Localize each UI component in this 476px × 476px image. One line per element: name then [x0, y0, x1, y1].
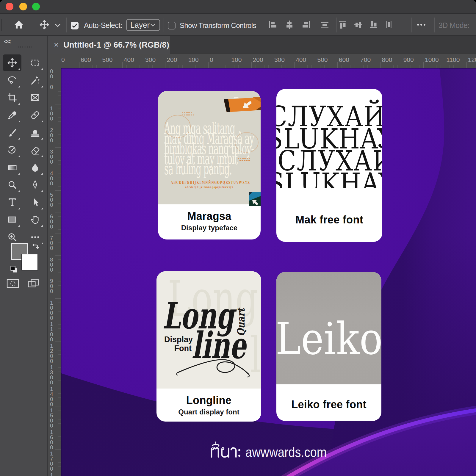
alphabet-row-upper: ABCDEFGHIJKLMNÑNGOPQRSTUVWXYZ: [171, 181, 248, 185]
flyout-triangle: [41, 155, 43, 157]
font-name: Leiko free font: [276, 399, 381, 411]
tool-move[interactable]: [3, 54, 21, 71]
ruler-tick: [58, 337, 61, 337]
options-bar-grip[interactable]: [1, 19, 3, 31]
tool-healing-brush[interactable]: [26, 107, 44, 123]
tool-eyedropper[interactable]: [3, 107, 21, 123]
ruler-tick: [311, 65, 312, 68]
tool-brush[interactable]: [3, 124, 21, 141]
brush-icon: [7, 127, 17, 137]
ruler-tick: [126, 65, 127, 68]
ruler-tick: [423, 62, 424, 68]
quick-mask-icon[interactable]: [7, 279, 19, 288]
swap-colors-icon[interactable]: [31, 243, 39, 251]
default-colors-icon[interactable]: [10, 265, 19, 274]
ruler-tick: [58, 165, 61, 165]
tool-gradient[interactable]: [3, 159, 21, 176]
align-bottom-icon[interactable]: [368, 19, 379, 30]
ruler-tick: [58, 402, 61, 402]
tab-close-icon[interactable]: ×: [54, 41, 59, 49]
flyout-triangle: [41, 190, 43, 192]
lasso-icon: [7, 75, 17, 85]
align-left-icon[interactable]: [267, 19, 278, 30]
font-card-longline[interactable]: Long line Long Quart Display Font line L…: [156, 271, 261, 422]
document-tab[interactable]: × Untitled-1 @ 66.7% (RGB/8): [48, 36, 170, 54]
tool-pen[interactable]: [26, 176, 44, 193]
collapse-panel-button[interactable]: <<: [4, 38, 10, 46]
ruler-tick: [58, 221, 61, 221]
auto-select-target-dropdown[interactable]: Layer: [126, 19, 160, 31]
font-card-maragsa[interactable]: Ang mga salitangmay diing Maragsâ aybini…: [158, 91, 261, 239]
tool-lasso[interactable]: [3, 72, 21, 89]
tool-dodge[interactable]: [3, 176, 21, 193]
specimen-word-leiko: Leiko: [276, 317, 381, 361]
flyout-triangle: [41, 137, 43, 140]
tool-crop[interactable]: [3, 89, 21, 106]
tool-magic-wand[interactable]: [26, 72, 44, 89]
tool-zoom[interactable]: [3, 229, 21, 245]
ruler-tick: [466, 62, 467, 68]
ruler-tick: [58, 389, 61, 389]
font-subtitle: Display typeface: [158, 224, 261, 232]
ruler-label: 600: [81, 56, 91, 63]
ruler-tick: [342, 65, 342, 68]
move-tool-icon[interactable]: [39, 20, 49, 30]
pen-icon: [30, 180, 40, 190]
ruler-tick: [58, 100, 61, 100]
screen-mode-icon[interactable]: [27, 278, 40, 289]
ruler-tick: [58, 316, 61, 316]
ruler-tick: [58, 436, 61, 437]
ruler-tick: [58, 117, 61, 118]
ruler-tick: [58, 225, 61, 225]
tool-hand[interactable]: [26, 211, 44, 228]
background-color-swatch[interactable]: [21, 254, 38, 270]
ruler-label: 6 0 0: [50, 214, 53, 229]
ruler-tick: [58, 251, 61, 251]
home-icon[interactable]: [13, 19, 24, 30]
ruler-tick: [376, 65, 376, 68]
vertical-ruler[interactable]: 0 001 0 02 0 03 0 04 0 05 0 06 0 07 0 08…: [48, 68, 61, 476]
flyout-triangle: [18, 207, 20, 209]
font-card-mak[interactable]: СЛУХАЙSLUKHAYСЛУХАЙSLUKHAY Mak free font: [276, 89, 382, 242]
distribute-v-icon[interactable]: [383, 19, 394, 30]
tool-path-selection[interactable]: [26, 194, 44, 211]
flyout-triangle: [18, 173, 20, 175]
align-center-h-icon[interactable]: [284, 19, 295, 30]
tool-frame[interactable]: [26, 89, 44, 106]
ruler-tick: [144, 62, 144, 68]
tool-history-brush[interactable]: [3, 142, 21, 158]
align-middle-v-icon[interactable]: [353, 19, 364, 30]
canvas-top-shadow: [61, 68, 476, 69]
align-right-icon[interactable]: [301, 19, 312, 30]
more-align-options-icon[interactable]: [416, 19, 427, 30]
tool-marquee[interactable]: [26, 54, 44, 71]
auto-select-checkbox[interactable]: [71, 22, 79, 29]
tool-blur[interactable]: [26, 159, 44, 176]
panel-grip[interactable]: [17, 46, 32, 48]
distribute-h-icon[interactable]: [320, 19, 330, 30]
ruler-tick: [55, 277, 61, 277]
close-button[interactable]: [6, 3, 13, 10]
ruler-corner: [48, 54, 61, 68]
tool-eraser[interactable]: [26, 142, 44, 158]
ruler-tick: [148, 65, 148, 68]
ruler-tick: [337, 62, 338, 68]
tool-rectangle[interactable]: [3, 211, 21, 228]
ruler-tick: [333, 65, 333, 68]
document-canvas[interactable]: Ang mga salitangmay diing Maragsâ aybini…: [61, 68, 476, 476]
ruler-tick: [458, 65, 458, 68]
show-transform-checkbox[interactable]: [168, 22, 176, 29]
horizontal-ruler[interactable]: 0600500400300200100010020030040050060070…: [48, 54, 476, 68]
zoom-button[interactable]: [32, 3, 40, 10]
font-card-leiko[interactable]: Leiko Leiko free font: [276, 272, 381, 421]
tool-clone-stamp[interactable]: [26, 124, 44, 141]
chevron-down-icon[interactable]: [54, 22, 61, 29]
minimize-button[interactable]: [19, 3, 27, 10]
align-top-icon[interactable]: [337, 19, 348, 30]
path-selection-icon: [30, 197, 40, 207]
tool-type[interactable]: [3, 194, 21, 211]
flyout-triangle: [41, 68, 43, 70]
ruler-tick: [55, 104, 61, 104]
ruler-tick: [58, 160, 61, 161]
ruler-label: 800: [382, 56, 392, 63]
